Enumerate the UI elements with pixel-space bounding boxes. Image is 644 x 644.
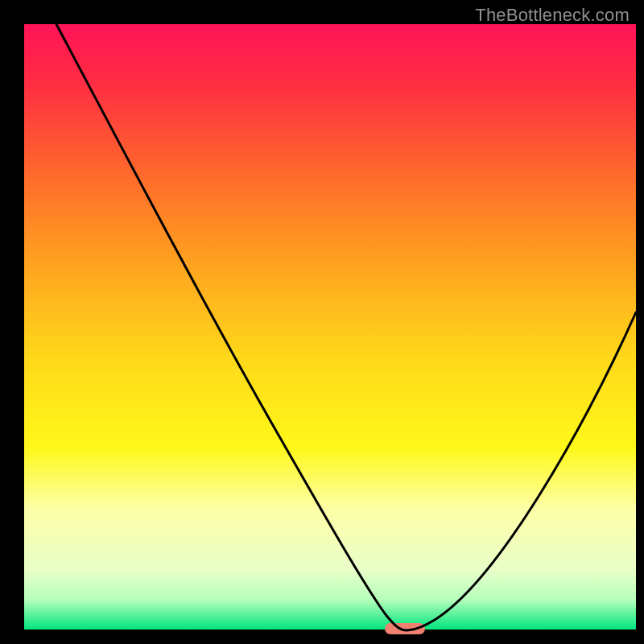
- plot-background-gradient: [24, 24, 636, 630]
- watermark-text: TheBottleneck.com: [475, 5, 630, 26]
- bottleneck-chart: TheBottleneck.com: [0, 0, 644, 644]
- chart-svg: [0, 0, 644, 644]
